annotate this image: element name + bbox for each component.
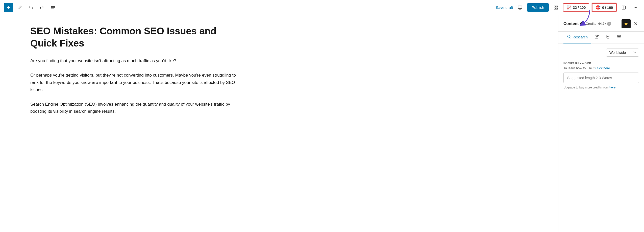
more-options-icon[interactable] xyxy=(631,3,640,12)
close-button[interactable]: ✕ xyxy=(633,20,639,28)
svg-rect-3 xyxy=(518,6,522,9)
tab-research[interactable]: Research xyxy=(563,32,591,43)
tab-edit[interactable] xyxy=(591,32,602,43)
menu-icon[interactable] xyxy=(48,3,58,12)
pen-icon[interactable] xyxy=(15,3,24,12)
more-tab-icon xyxy=(617,35,621,40)
paragraph-1: Are you finding that your website isn't … xyxy=(30,57,237,65)
credits-label: Credits 44.2k ? xyxy=(586,22,611,26)
tab-preview[interactable] xyxy=(602,32,613,43)
ai-score-button[interactable]: 🎯 0 / 100 xyxy=(592,3,617,12)
panel-content: Worldwide FOCUS KEYWORD To learn how to … xyxy=(558,43,644,232)
svg-rect-5 xyxy=(556,6,557,7)
svg-point-12 xyxy=(636,7,637,8)
columns-icon[interactable] xyxy=(619,3,628,12)
svg-rect-18 xyxy=(619,35,621,36)
seo-score-button[interactable]: 📈 32 / 100 xyxy=(563,3,589,12)
paragraph-3: Search Engine Optimization (SEO) involve… xyxy=(30,101,237,115)
help-icon[interactable]: ? xyxy=(607,22,611,26)
redo-button[interactable] xyxy=(37,3,46,12)
svg-rect-20 xyxy=(619,36,621,37)
panel-header-top: Content AI Credits 44.2k ? ★ ✕ xyxy=(563,19,639,31)
worldwide-row: Worldwide xyxy=(563,49,639,57)
svg-point-10 xyxy=(634,7,634,8)
settings-icon[interactable] xyxy=(551,3,560,12)
preview-tab-icon xyxy=(606,35,610,40)
main-layout: SEO Mistakes: Common SEO Issues and Quic… xyxy=(0,15,644,232)
focus-keyword-section: FOCUS KEYWORD To learn how to use it Cli… xyxy=(563,62,639,89)
save-draft-button[interactable]: Save draft xyxy=(496,5,513,10)
add-block-button[interactable]: + xyxy=(4,3,13,12)
svg-rect-7 xyxy=(554,8,555,9)
editor-area[interactable]: SEO Mistakes: Common SEO Issues and Quic… xyxy=(0,15,558,232)
svg-rect-17 xyxy=(617,35,619,36)
right-panel: Content AI Credits 44.2k ? ★ ✕ xyxy=(558,15,644,232)
undo-button[interactable] xyxy=(26,3,35,12)
svg-rect-6 xyxy=(556,8,557,9)
preview-icon[interactable] xyxy=(515,3,525,12)
tab-research-label: Research xyxy=(573,35,588,39)
panel-header-left: Content AI Credits 44.2k ? xyxy=(563,21,611,26)
seo-score-label: 32 / 100 xyxy=(573,6,586,10)
focus-keyword-sublabel: To learn how to use it Click here xyxy=(563,66,639,70)
publish-button[interactable]: Publish xyxy=(527,3,549,12)
worldwide-select[interactable]: Worldwide xyxy=(606,49,639,57)
toolbar: + Save draft Publish xyxy=(0,0,644,15)
toolbar-left: + xyxy=(4,3,494,12)
click-here-link[interactable]: Click here xyxy=(595,66,610,70)
focus-keyword-label: FOCUS KEYWORD xyxy=(563,62,639,65)
chart-icon: 📈 xyxy=(566,5,572,10)
keyword-input[interactable] xyxy=(563,73,639,83)
research-tab-icon xyxy=(567,35,571,40)
panel-actions: ★ ✕ xyxy=(622,19,639,28)
svg-rect-4 xyxy=(554,6,555,7)
svg-rect-19 xyxy=(617,36,619,37)
ai-icon: 🎯 xyxy=(596,5,601,10)
upgrade-text: Upgrade to buy more credits from here. xyxy=(563,86,639,89)
paragraph-2: Or perhaps you're getting visitors, but … xyxy=(30,72,237,94)
panel-header: Content AI Credits 44.2k ? ★ ✕ xyxy=(558,15,644,32)
upgrade-link[interactable]: here. xyxy=(609,86,616,89)
panel-title: Content AI xyxy=(563,21,584,26)
page-title: SEO Mistakes: Common SEO Issues and Quic… xyxy=(30,25,237,49)
edit-tab-icon xyxy=(595,35,599,40)
panel-tabs: Research xyxy=(558,32,644,43)
tab-more[interactable] xyxy=(613,32,625,43)
star-button[interactable]: ★ xyxy=(622,19,631,28)
svg-point-11 xyxy=(635,7,636,8)
credits-value: 44.2k xyxy=(598,22,606,26)
ai-score-label: 0 / 100 xyxy=(602,6,613,10)
toolbar-right: Save draft Publish 📈 32 / 100 🎯 0 / 100 xyxy=(496,3,640,12)
